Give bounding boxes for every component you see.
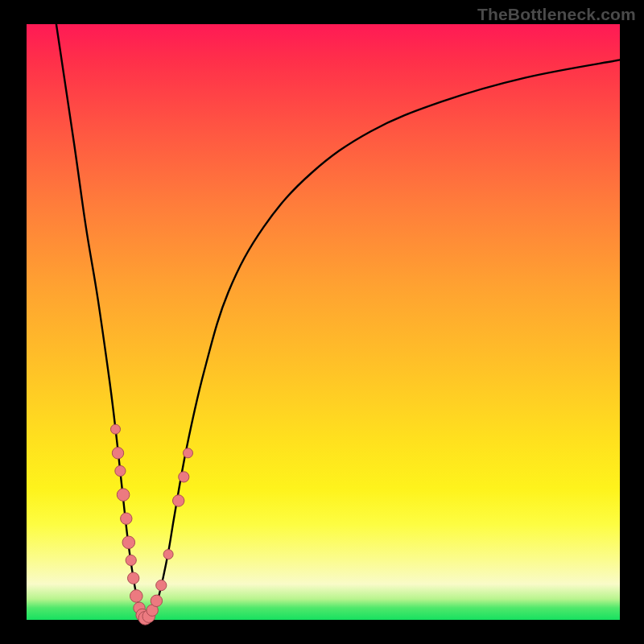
data-marker: [122, 536, 135, 549]
data-marker: [128, 572, 139, 584]
data-marker: [184, 448, 193, 458]
data-marker: [111, 424, 121, 434]
outer-frame: TheBottleneck.com: [0, 0, 644, 644]
data-marker: [151, 595, 162, 606]
curve-layer: [56, 24, 620, 620]
watermark-text: TheBottleneck.com: [477, 5, 636, 24]
data-marker: [156, 580, 167, 591]
bottleneck-curve: [56, 24, 620, 620]
data-marker: [117, 489, 130, 502]
data-marker: [163, 550, 173, 559]
data-marker: [130, 590, 143, 603]
chart-svg: [27, 24, 620, 620]
data-marker: [179, 472, 189, 482]
data-marker: [173, 495, 184, 506]
data-marker: [126, 555, 136, 565]
data-marker: [121, 513, 132, 524]
data-marker: [115, 465, 126, 476]
data-marker: [112, 448, 123, 459]
marker-layer: [111, 424, 193, 625]
plot-area: [27, 24, 620, 620]
